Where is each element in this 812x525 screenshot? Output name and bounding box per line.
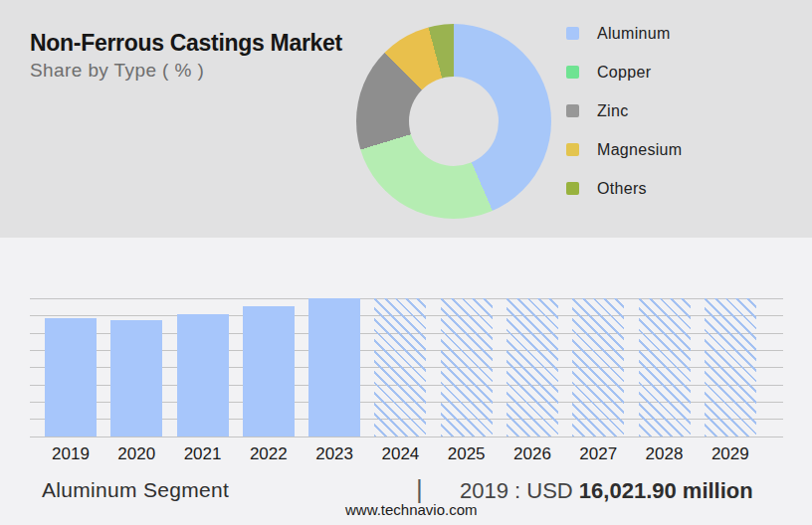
x-tick-2024: 2024	[367, 444, 433, 464]
legend-item-magnesium: Magnesium	[566, 130, 682, 169]
legend-item-zinc: Zinc	[566, 91, 682, 130]
segment-caption: Aluminum Segment	[42, 478, 229, 502]
website-link: www.technavio.com	[345, 501, 478, 518]
legend-item-others: Others	[566, 169, 682, 208]
x-tick-2027: 2027	[565, 444, 631, 464]
value-bold: 16,021.90 million	[579, 478, 753, 503]
bar-2026-forecast	[507, 298, 558, 437]
x-tick-2025: 2025	[434, 444, 500, 464]
legend-label: Aluminum	[597, 25, 671, 43]
bar-2028-forecast	[639, 298, 691, 437]
bar-2023	[308, 298, 360, 437]
legend: AluminumCopperZincMagnesiumOthers	[566, 14, 682, 208]
legend-swatch-icon	[566, 27, 579, 40]
bar-2024-forecast	[374, 298, 426, 437]
page-subtitle: Share by Type ( % )	[30, 60, 204, 82]
legend-swatch-icon	[566, 182, 579, 195]
bar-2027-forecast	[572, 298, 624, 437]
legend-label: Magnesium	[597, 141, 682, 159]
gridline	[30, 437, 783, 438]
bar-2022	[243, 306, 295, 436]
donut-chart	[356, 24, 551, 219]
bar-2029-forecast	[705, 298, 756, 437]
infographic-page: Non-Ferrous Castings Market Share by Typ…	[0, 0, 812, 525]
bar-2020	[110, 320, 162, 436]
legend-swatch-icon	[566, 104, 579, 117]
header-panel: Non-Ferrous Castings Market Share by Typ…	[0, 0, 812, 238]
x-tick-2019: 2019	[38, 444, 103, 464]
x-tick-2022: 2022	[236, 444, 302, 464]
legend-label: Copper	[597, 64, 651, 82]
legend-label: Zinc	[597, 102, 628, 120]
legend-item-aluminum: Aluminum	[566, 14, 682, 53]
x-tick-2026: 2026	[500, 444, 565, 464]
page-title: Non-Ferrous Castings Market	[30, 30, 342, 57]
x-tick-2029: 2029	[698, 444, 763, 464]
bar-2019	[45, 318, 97, 437]
value-prefix: 2019 : USD	[460, 478, 579, 503]
legend-swatch-icon	[566, 66, 579, 79]
x-tick-2023: 2023	[302, 444, 367, 464]
x-tick-2020: 2020	[103, 444, 169, 464]
legend-swatch-icon	[566, 143, 579, 156]
bar-2025-forecast	[441, 298, 493, 437]
bar-2021	[177, 314, 229, 437]
x-tick-2021: 2021	[170, 444, 236, 464]
donut-hole	[409, 77, 499, 166]
x-tick-2028: 2028	[632, 444, 698, 464]
value-annotation: 2019 : USD 16,021.90 million	[460, 478, 753, 504]
legend-item-copper: Copper	[566, 53, 682, 91]
legend-label: Others	[597, 180, 647, 198]
